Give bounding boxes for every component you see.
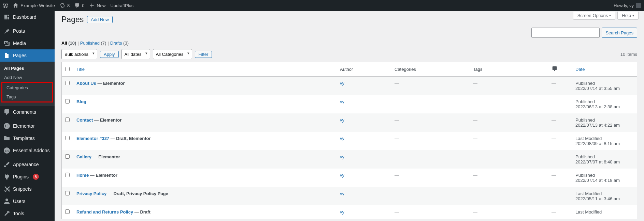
date-status: Published — [575, 81, 595, 86]
menu-tools[interactable]: Tools — [0, 207, 55, 220]
add-new-button[interactable]: Add New — [87, 16, 113, 23]
filter-button[interactable]: Filter — [195, 51, 212, 58]
help-tab[interactable]: Help — [617, 12, 639, 20]
comments-value: — — [552, 191, 556, 196]
table-row: Gallery — Elementorvy———Published2022/07… — [62, 150, 637, 169]
row-checkbox[interactable] — [65, 154, 70, 159]
avatar-icon — [636, 3, 641, 8]
author-link[interactable]: vy — [340, 117, 344, 123]
page-title-link[interactable]: Blog — [76, 99, 86, 104]
row-checkbox[interactable] — [65, 99, 70, 104]
menu-snippets[interactable]: Snippets — [0, 183, 55, 195]
author-link[interactable]: vy — [340, 209, 344, 215]
updates-link[interactable]: 8 — [60, 3, 70, 8]
new-content-link[interactable]: New — [89, 3, 105, 8]
wordpress-icon — [3, 3, 8, 8]
comment-icon — [74, 3, 80, 8]
comments-link[interactable]: 0 — [74, 3, 84, 8]
menu-users[interactable]: Users — [0, 195, 55, 207]
date-value: 2022/07/14 at 3:55 am — [575, 86, 620, 91]
date-value: 2022/05/11 at 3:46 am — [575, 196, 620, 201]
date-status: Last Modified — [575, 136, 602, 141]
submenu-categories[interactable]: Categories — [2, 83, 52, 92]
elementor-icon — [3, 123, 10, 129]
table-row: Elementor #327 — Draft, Elementorvy———La… — [62, 132, 637, 150]
page-title-link[interactable]: Refund and Returns Policy — [76, 209, 133, 215]
row-checkbox[interactable] — [65, 173, 70, 177]
site-name-link[interactable]: Example Website — [13, 3, 55, 8]
menu-templates[interactable]: Templates — [0, 132, 55, 144]
svg-rect-3 — [7, 126, 8, 126]
date-status: Published — [575, 99, 595, 104]
categories-value: — — [395, 191, 399, 196]
menu-comments[interactable]: Comments — [0, 106, 55, 118]
row-checkbox[interactable] — [65, 81, 70, 85]
col-date[interactable]: Date — [575, 67, 585, 72]
categories-value: — — [395, 209, 399, 215]
row-checkbox[interactable] — [65, 191, 70, 195]
comments-count: 0 — [82, 3, 84, 8]
menu-plugins[interactable]: Plugins 8 — [0, 171, 55, 183]
site-name-text: Example Website — [20, 3, 55, 8]
categories-select[interactable]: All Categories — [153, 49, 192, 59]
menu-appearance[interactable]: Appearance — [0, 158, 55, 171]
tags-value: — — [473, 136, 477, 141]
date-status: Published — [575, 173, 595, 178]
status-filters: All (10) | Published (7) | Drafts (3) — [61, 41, 637, 46]
updraftplus-link[interactable]: UpdraftPlus — [110, 3, 133, 8]
submenu-add-new[interactable]: Add New — [0, 73, 55, 82]
wp-logo[interactable] — [3, 3, 8, 8]
filter-drafts[interactable]: Drafts (3) — [110, 41, 129, 46]
page-title-link[interactable]: Home — [76, 173, 89, 178]
row-checkbox[interactable] — [65, 117, 70, 122]
submenu-all-pages[interactable]: All Pages — [0, 64, 55, 73]
svg-rect-2 — [7, 125, 8, 125]
search-pages-button[interactable]: Search Pages — [602, 28, 637, 38]
brush-icon — [3, 161, 10, 168]
submenu-pages: All Pages Add New Categories Tags — [0, 62, 55, 106]
author-link[interactable]: vy — [340, 173, 344, 178]
filter-all[interactable]: All (10) — [61, 41, 76, 46]
page-title-link[interactable]: Contact — [76, 117, 93, 123]
submenu-tags[interactable]: Tags — [2, 92, 52, 101]
author-link[interactable]: vy — [340, 81, 344, 86]
menu-posts[interactable]: Posts — [0, 25, 55, 37]
filter-published[interactable]: Published (7) — [80, 41, 106, 46]
menu-pages[interactable]: Pages — [0, 49, 55, 62]
col-title[interactable]: Title — [76, 67, 85, 72]
comments-value: — — [552, 209, 556, 215]
bulk-actions-select[interactable]: Bulk actions — [61, 49, 97, 59]
plugin-icon — [3, 173, 10, 180]
menu-media[interactable]: Media — [0, 37, 55, 49]
page-title-link[interactable]: About Us — [76, 81, 96, 86]
select-all-checkbox[interactable] — [65, 67, 70, 71]
search-input[interactable] — [531, 28, 600, 38]
table-row: Blogvy———Published2022/06/13 at 2:38 am — [62, 95, 637, 113]
author-link[interactable]: vy — [340, 191, 344, 196]
row-checkbox[interactable] — [65, 136, 70, 140]
apply-button[interactable]: Apply — [100, 51, 119, 58]
author-link[interactable]: vy — [340, 99, 344, 104]
menu-elementor[interactable]: Elementor — [0, 120, 55, 132]
author-link[interactable]: vy — [340, 136, 344, 141]
categories-value: — — [395, 99, 399, 104]
menu-dashboard[interactable]: Dashboard — [0, 11, 55, 23]
row-checkbox[interactable] — [65, 209, 70, 214]
page-title-link[interactable]: Gallery — [76, 154, 91, 159]
author-link[interactable]: vy — [340, 154, 344, 159]
table-row: Refund and Returns Policy — Draftvy———La… — [62, 205, 637, 219]
menu-essential-addons[interactable]: EA Essential Addons — [0, 144, 55, 157]
updates-count: 8 — [67, 3, 70, 8]
page-title: Pages — [61, 15, 84, 24]
comments-icon — [3, 109, 10, 115]
my-account-link[interactable]: Howdy, vy — [614, 3, 641, 8]
page-title-link[interactable]: Privacy Policy — [76, 191, 106, 196]
screen-options-tab[interactable]: Screen Options — [573, 12, 616, 20]
user-icon — [3, 198, 10, 205]
page-title-link[interactable]: Elementor #327 — [76, 136, 109, 141]
admin-bar: Example Website 8 0 New UpdraftPlus Howd… — [0, 0, 644, 11]
tags-value: — — [473, 154, 477, 159]
plus-icon — [89, 3, 95, 8]
dates-select[interactable]: All dates — [121, 49, 150, 59]
date-value: 2022/06/13 at 2:38 am — [575, 104, 620, 109]
